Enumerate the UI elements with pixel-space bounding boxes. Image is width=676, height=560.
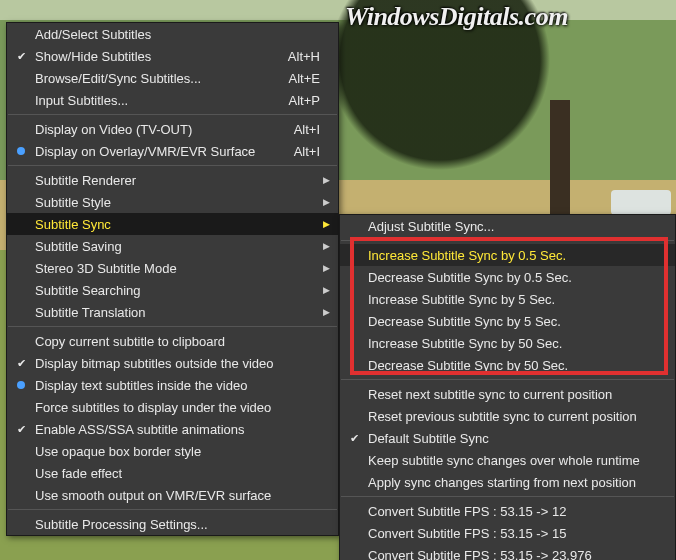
menu-separator	[8, 165, 337, 166]
menu-item-label: Convert Subtitle FPS : 53.15 -> 23.976	[364, 548, 667, 561]
menu-item-label: Adjust Subtitle Sync...	[364, 219, 667, 234]
menu-item-label: Display bitmap subtitles outside the vid…	[31, 356, 312, 371]
check-icon: ✔	[344, 432, 364, 445]
menu-item-shortcut: Alt+E	[281, 71, 320, 86]
menu-item[interactable]: Keep subtitle sync changes over whole ru…	[340, 449, 675, 471]
radio-icon	[11, 145, 31, 157]
menu-item[interactable]: Decrease Subtitle Sync by 50 Sec.	[340, 354, 675, 376]
submenu-arrow-icon: ▶	[320, 219, 330, 229]
menu-item-label: Copy current subtitle to clipboard	[31, 334, 312, 349]
menu-item[interactable]: Decrease Subtitle Sync by 0.5 Sec.	[340, 266, 675, 288]
menu-item-shortcut: Alt+I	[286, 144, 320, 159]
menu-item[interactable]: Subtitle Translation▶	[7, 301, 338, 323]
menu-item[interactable]: Reset next subtitle sync to current posi…	[340, 383, 675, 405]
check-icon: ✔	[11, 357, 31, 370]
submenu-arrow-icon: ▶	[320, 241, 330, 251]
menu-item-label: Show/Hide Subtitles	[31, 49, 280, 64]
menu-item[interactable]: ✔Show/Hide SubtitlesAlt+H	[7, 45, 338, 67]
menu-item-label: Subtitle Sync	[31, 217, 312, 232]
menu-item-label: Subtitle Searching	[31, 283, 312, 298]
menu-separator	[8, 326, 337, 327]
menu-item-label: Use fade effect	[31, 466, 312, 481]
menu-item[interactable]: Decrease Subtitle Sync by 5 Sec.	[340, 310, 675, 332]
menu-separator	[341, 240, 674, 241]
menu-item-label: Use opaque box border style	[31, 444, 312, 459]
menu-item[interactable]: Subtitle Renderer▶	[7, 169, 338, 191]
menu-item[interactable]: Display text subtitles inside the video	[7, 374, 338, 396]
menu-item-shortcut: Alt+H	[280, 49, 320, 64]
menu-item[interactable]: Display on Overlay/VMR/EVR SurfaceAlt+I	[7, 140, 338, 162]
menu-item[interactable]: ✔Enable ASS/SSA subtitle animations	[7, 418, 338, 440]
submenu-arrow-icon: ▶	[320, 307, 330, 317]
menu-item[interactable]: Display on Video (TV-OUT)Alt+I	[7, 118, 338, 140]
menu-item[interactable]: Subtitle Style▶	[7, 191, 338, 213]
watermark-text: WindowsDigitals.com	[345, 2, 568, 32]
subtitle-sync-submenu[interactable]: Adjust Subtitle Sync...Increase Subtitle…	[339, 214, 676, 560]
check-icon: ✔	[11, 423, 31, 436]
menu-item[interactable]: Stereo 3D Subtitle Mode▶	[7, 257, 338, 279]
menu-item-label: Decrease Subtitle Sync by 50 Sec.	[364, 358, 667, 373]
menu-item[interactable]: ✔Default Subtitle Sync	[340, 427, 675, 449]
menu-item-label: Use smooth output on VMR/EVR surface	[31, 488, 312, 503]
menu-item-label: Stereo 3D Subtitle Mode	[31, 261, 312, 276]
menu-item[interactable]: Subtitle Processing Settings...	[7, 513, 338, 535]
menu-item-label: Decrease Subtitle Sync by 0.5 Sec.	[364, 270, 667, 285]
menu-item[interactable]: Adjust Subtitle Sync...	[340, 215, 675, 237]
menu-item-shortcut: Alt+P	[281, 93, 320, 108]
menu-separator	[8, 114, 337, 115]
menu-item[interactable]: Use smooth output on VMR/EVR surface	[7, 484, 338, 506]
menu-item-label: Display on Video (TV-OUT)	[31, 122, 286, 137]
menu-item[interactable]: Convert Subtitle FPS : 53.15 -> 12	[340, 500, 675, 522]
menu-item-label: Subtitle Processing Settings...	[31, 517, 312, 532]
menu-item-label: Input Subtitles...	[31, 93, 281, 108]
submenu-arrow-icon: ▶	[320, 175, 330, 185]
menu-item[interactable]: Add/Select Subtitles	[7, 23, 338, 45]
menu-item-label: Display text subtitles inside the video	[31, 378, 312, 393]
menu-item-label: Display on Overlay/VMR/EVR Surface	[31, 144, 286, 159]
menu-item-label: Browse/Edit/Sync Subtitles...	[31, 71, 281, 86]
menu-item[interactable]: Use fade effect	[7, 462, 338, 484]
menu-item-label: Increase Subtitle Sync by 5 Sec.	[364, 292, 667, 307]
menu-item-label: Enable ASS/SSA subtitle animations	[31, 422, 312, 437]
subtitle-context-menu[interactable]: Add/Select Subtitles✔Show/Hide Subtitles…	[6, 22, 339, 536]
menu-item[interactable]: Convert Subtitle FPS : 53.15 -> 15	[340, 522, 675, 544]
menu-item[interactable]: Convert Subtitle FPS : 53.15 -> 23.976	[340, 544, 675, 560]
menu-item[interactable]: Browse/Edit/Sync Subtitles...Alt+E	[7, 67, 338, 89]
menu-item[interactable]: Subtitle Saving▶	[7, 235, 338, 257]
menu-item-label: Reset next subtitle sync to current posi…	[364, 387, 667, 402]
submenu-arrow-icon: ▶	[320, 263, 330, 273]
check-icon: ✔	[11, 50, 31, 63]
menu-item-label: Reset previous subtitle sync to current …	[364, 409, 667, 424]
radio-icon	[11, 379, 31, 391]
menu-item[interactable]: ✔Display bitmap subtitles outside the vi…	[7, 352, 338, 374]
menu-item[interactable]: Apply sync changes starting from next po…	[340, 471, 675, 493]
menu-item-label: Decrease Subtitle Sync by 5 Sec.	[364, 314, 667, 329]
menu-item-label: Force subtitles to display under the vid…	[31, 400, 312, 415]
menu-item[interactable]: Use opaque box border style	[7, 440, 338, 462]
menu-item[interactable]: Increase Subtitle Sync by 0.5 Sec.	[340, 244, 675, 266]
menu-item[interactable]: Increase Subtitle Sync by 50 Sec.	[340, 332, 675, 354]
menu-item-label: Increase Subtitle Sync by 50 Sec.	[364, 336, 667, 351]
menu-item[interactable]: Reset previous subtitle sync to current …	[340, 405, 675, 427]
menu-item-label: Increase Subtitle Sync by 0.5 Sec.	[364, 248, 667, 263]
menu-item[interactable]: Input Subtitles...Alt+P	[7, 89, 338, 111]
menu-item[interactable]: Copy current subtitle to clipboard	[7, 330, 338, 352]
menu-item-label: Subtitle Saving	[31, 239, 312, 254]
menu-item-label: Subtitle Style	[31, 195, 312, 210]
menu-item-label: Apply sync changes starting from next po…	[364, 475, 667, 490]
menu-item-label: Default Subtitle Sync	[364, 431, 667, 446]
menu-item-shortcut: Alt+I	[286, 122, 320, 137]
boat-shape	[611, 190, 671, 215]
menu-separator	[341, 379, 674, 380]
submenu-arrow-icon: ▶	[320, 285, 330, 295]
menu-item[interactable]: Subtitle Sync▶	[7, 213, 338, 235]
menu-item-label: Subtitle Translation	[31, 305, 312, 320]
menu-item-label: Add/Select Subtitles	[31, 27, 312, 42]
menu-item[interactable]: Increase Subtitle Sync by 5 Sec.	[340, 288, 675, 310]
menu-item[interactable]: Subtitle Searching▶	[7, 279, 338, 301]
menu-item-label: Keep subtitle sync changes over whole ru…	[364, 453, 667, 468]
menu-item[interactable]: Force subtitles to display under the vid…	[7, 396, 338, 418]
submenu-arrow-icon: ▶	[320, 197, 330, 207]
menu-separator	[8, 509, 337, 510]
menu-item-label: Convert Subtitle FPS : 53.15 -> 12	[364, 504, 667, 519]
